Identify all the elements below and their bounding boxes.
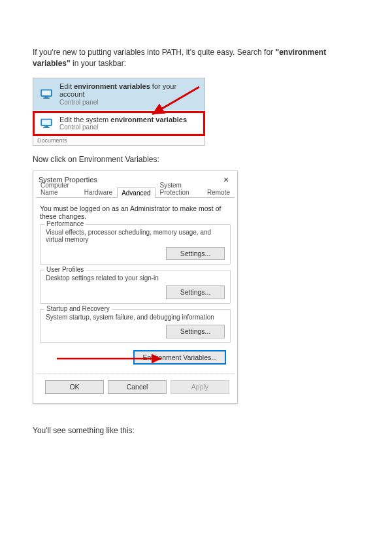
group-desc: Visual effects, processor scheduling, me… [46, 229, 225, 243]
group-desc: Desktop settings related to your sign-in [46, 274, 225, 282]
tab-computer-name[interactable]: Computer Name [36, 180, 80, 197]
startup-settings-button[interactable]: Settings... [166, 325, 225, 338]
tab-strip: Computer Name Hardware Advanced System P… [36, 186, 235, 198]
step-2-text: Now click on Environment Variables: [33, 155, 359, 164]
admin-hint: You must be logged on as an Administrato… [40, 204, 231, 220]
cancel-button[interactable]: Cancel [108, 380, 167, 394]
search-result-0-text: Edit environment variables for your acco… [59, 82, 199, 106]
user-profiles-settings-button[interactable]: Settings... [166, 285, 225, 299]
search-results: Edit environment variables for your acco… [33, 78, 205, 146]
search-result-1[interactable]: Edit the system environment variables Co… [33, 112, 204, 135]
tab-hardware[interactable]: Hardware [80, 187, 117, 197]
group-user-profiles: User Profiles Desktop settings related t… [40, 270, 231, 304]
svg-rect-3 [43, 98, 50, 99]
intro-text: If you're new to putting variables into … [33, 47, 359, 70]
svg-rect-2 [44, 97, 48, 97]
tab-system-protection[interactable]: System Protection [155, 180, 203, 197]
group-desc: System startup, system failure, and debu… [46, 314, 225, 321]
group-startup-recovery: Startup and Recovery System startup, sys… [40, 309, 231, 343]
tab-remote[interactable]: Remote [203, 187, 235, 197]
svg-rect-7 [43, 127, 50, 127]
group-legend: User Profiles [44, 266, 86, 273]
tab-advanced[interactable]: Advanced [117, 187, 155, 198]
apply-button[interactable]: Apply [171, 380, 229, 394]
search-group-documents: Documents [33, 135, 204, 145]
group-performance: Performance Visual effects, processor sc… [40, 224, 231, 265]
svg-rect-5 [42, 120, 51, 125]
environment-variables-button[interactable]: Environment Variables... [134, 351, 225, 365]
performance-settings-button[interactable]: Settings... [166, 247, 225, 261]
monitor-icon [39, 116, 54, 131]
group-legend: Performance [44, 220, 86, 227]
monitor-icon [39, 86, 54, 102]
search-result-1-text: Edit the system environment variables Co… [59, 116, 187, 131]
ok-button[interactable]: OK [45, 380, 104, 394]
search-result-0[interactable]: Edit environment variables for your acco… [33, 78, 204, 110]
svg-rect-6 [44, 126, 48, 127]
group-legend: Startup and Recovery [44, 305, 112, 312]
step-3-text: You'll see something like this: [33, 426, 359, 435]
close-icon[interactable]: × [220, 175, 232, 184]
svg-rect-1 [42, 91, 51, 96]
system-properties-dialog: System Properties × Computer Name Hardwa… [33, 171, 238, 404]
